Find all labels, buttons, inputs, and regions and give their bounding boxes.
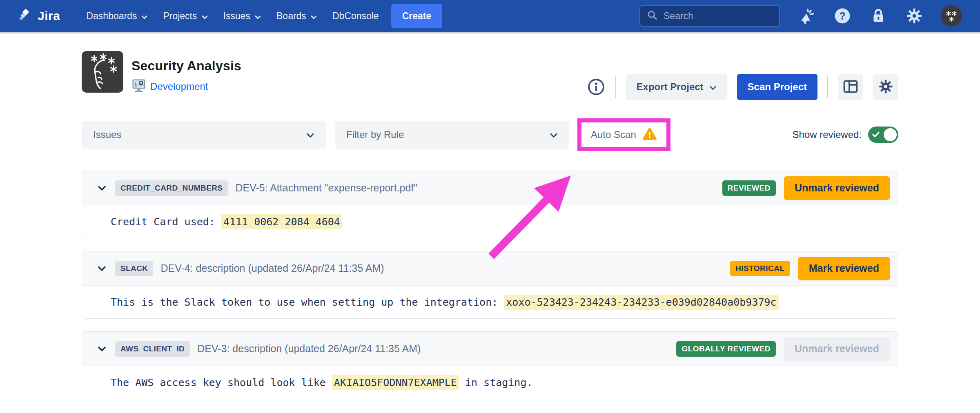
create-button[interactable]: Create — [391, 4, 443, 28]
issues-select[interactable]: Issues — [82, 121, 326, 149]
chevron-down-icon — [306, 129, 314, 140]
gear-icon — [877, 78, 895, 97]
svg-text:?: ? — [839, 10, 846, 22]
check-icon — [872, 131, 880, 138]
detected-secret: xoxo-523423-234243-234233-e039d02840a0b9… — [504, 295, 778, 310]
rule-badge: AWS_CLIENT_ID — [115, 341, 190, 357]
search-box[interactable] — [639, 5, 780, 27]
chevron-down-icon — [255, 11, 261, 22]
search-icon — [647, 10, 658, 22]
findings-list: CREDIT_CARD_NUMBERS DEV-5: Attachment "e… — [82, 171, 898, 399]
nav-item-label: DbConsole — [332, 11, 379, 22]
mark-reviewed-button[interactable]: Mark reviewed — [798, 257, 890, 280]
show-reviewed-toggle[interactable] — [868, 127, 898, 143]
filter-row: Issues Filter by Rule Auto Scan Sho — [82, 118, 898, 151]
rule-badge: SLACK — [115, 261, 153, 276]
finding-card: AWS_CLIENT_ID DEV-3: description (update… — [82, 331, 898, 399]
nav-item-dashboards[interactable]: Dashboards — [86, 11, 147, 22]
finding-title: DEV-5: Attachment "expense-report.pdf" — [235, 182, 417, 194]
nav-item-boards[interactable]: Boards — [276, 11, 317, 22]
scan-project-button[interactable]: Scan Project — [737, 74, 817, 100]
nav-item-issues[interactable]: Issues — [223, 11, 261, 22]
breadcrumb: Development — [131, 79, 241, 94]
help-icon[interactable]: ? — [833, 7, 852, 25]
breadcrumb-project-link[interactable]: Development — [150, 81, 208, 92]
finding-title: DEV-4: description (updated 26/Apr/24 11… — [160, 262, 384, 274]
status-badge: REVIEWED — [722, 180, 776, 196]
search-input[interactable] — [664, 11, 766, 22]
finding-content: This is the Slack token to use when sett… — [82, 286, 898, 318]
collapse-chevron-icon[interactable] — [98, 266, 106, 271]
user-avatar[interactable] — [941, 5, 962, 27]
info-icon[interactable] — [587, 78, 606, 96]
auto-scan-highlight-box: Auto Scan — [577, 118, 670, 151]
divider — [827, 75, 828, 98]
project-monitor-icon — [131, 79, 146, 94]
content-text: Credit Card used: — [111, 216, 221, 228]
finding-card-actions: GLOBALLY REVIEWED Unmark reviewed — [676, 337, 890, 361]
nav-item-dbconsole[interactable]: DbConsole — [332, 11, 379, 22]
page-header: Security Analysis — [82, 51, 898, 100]
chevron-down-icon — [550, 129, 558, 140]
rule-badge: CREDIT_CARD_NUMBERS — [115, 180, 228, 196]
finding-title: DEV-3: description (updated 26/Apr/24 11… — [197, 343, 421, 355]
show-reviewed-label: Show reviewed: — [793, 129, 862, 140]
page-title: Security Analysis — [131, 58, 241, 73]
title-block: Security Analysis — [131, 51, 241, 94]
unmark-reviewed-button-disabled: Unmark reviewed — [784, 337, 890, 361]
show-reviewed-control: Show reviewed: — [793, 127, 898, 143]
chevron-down-icon — [141, 11, 147, 22]
detected-secret: 4111 0062 2084 4604 — [221, 214, 342, 229]
board-layout-icon — [842, 78, 859, 96]
finding-content: The AWS access key should look like AKIA… — [82, 366, 898, 399]
jira-logo[interactable]: Jira — [18, 7, 60, 24]
nav-item-label: Boards — [276, 11, 306, 22]
finding-card-header: SLACK DEV-4: description (updated 26/Apr… — [82, 251, 898, 286]
content-text: The AWS access key should look like — [111, 377, 332, 389]
rule-select-placeholder: Filter by Rule — [346, 129, 404, 140]
finding-card-actions: HISTORICAL Mark reviewed — [730, 257, 890, 280]
nav-item-label: Issues — [223, 11, 250, 22]
toggle-knob — [884, 128, 897, 141]
auto-scan-button[interactable]: Auto Scan — [591, 129, 636, 140]
divider — [615, 75, 616, 98]
unmark-reviewed-button[interactable]: Unmark reviewed — [784, 176, 890, 200]
issues-select-value: Issues — [93, 129, 121, 140]
project-settings-button[interactable] — [873, 74, 898, 100]
finding-card: SLACK DEV-4: description (updated 26/Apr… — [82, 251, 898, 319]
chevron-down-icon — [709, 81, 717, 93]
finding-card-actions: REVIEWED Unmark reviewed — [722, 176, 890, 200]
top-navbar: Jira Dashboards Projects Issues Boards D… — [0, 0, 980, 33]
warning-icon — [642, 127, 657, 142]
content-text: This is the Slack token to use when sett… — [111, 296, 504, 308]
nav-item-projects[interactable]: Projects — [163, 11, 207, 22]
header-actions: Export Project Scan Project — [587, 51, 898, 100]
security-analysis-page: Jira Dashboards Projects Issues Boards D… — [0, 0, 980, 413]
filter-by-rule-select[interactable]: Filter by Rule — [335, 121, 569, 149]
status-badge: HISTORICAL — [730, 261, 790, 276]
settings-icon[interactable] — [905, 7, 924, 25]
jira-logo-icon — [18, 7, 33, 24]
collapse-chevron-icon[interactable] — [98, 346, 106, 352]
finding-card: CREDIT_CARD_NUMBERS DEV-5: Attachment "e… — [82, 171, 898, 238]
collapse-chevron-icon[interactable] — [98, 185, 106, 191]
finding-card-header: CREDIT_CARD_NUMBERS DEV-5: Attachment "e… — [82, 171, 898, 205]
status-badge: GLOBALLY REVIEWED — [676, 341, 776, 357]
project-avatar — [82, 51, 123, 93]
nav-item-label: Dashboards — [86, 11, 137, 22]
export-project-label: Export Project — [637, 81, 704, 93]
board-layout-button[interactable] — [838, 74, 863, 100]
announcement-icon[interactable] — [797, 7, 816, 25]
chevron-down-icon — [311, 11, 317, 22]
navbar-right: ? — [639, 5, 962, 27]
nav-menu: Dashboards Projects Issues Boards DbCons… — [86, 11, 379, 22]
brand-name: Jira — [38, 9, 60, 23]
content-text: in staging. — [459, 377, 533, 389]
detected-secret: AKIAIO5FODNN7EXAMPLE — [332, 375, 459, 390]
lock-icon[interactable] — [869, 7, 888, 25]
finding-content: Credit Card used: 4111 0062 2084 4604 — [82, 205, 898, 238]
chevron-down-icon — [202, 11, 208, 22]
export-project-button[interactable]: Export Project — [626, 74, 727, 100]
nav-item-label: Projects — [163, 11, 197, 22]
finding-card-header: AWS_CLIENT_ID DEV-3: description (update… — [82, 332, 898, 366]
